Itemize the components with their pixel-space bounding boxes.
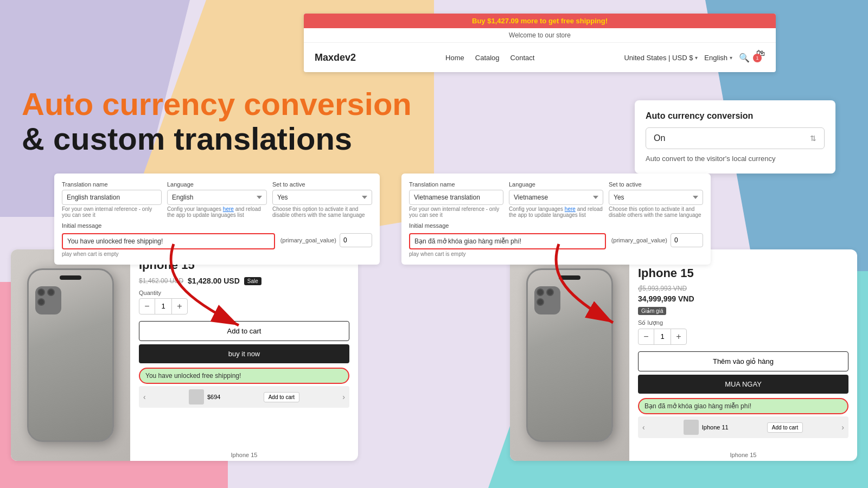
- cart-icon[interactable]: 🛍 1: [756, 48, 765, 67]
- cart-badge: 1: [753, 54, 762, 62]
- phone-image-right: [510, 249, 629, 461]
- translation-form-vietnamese: Translation name For your own internal r…: [401, 174, 711, 265]
- en-qty-label: Quantity: [139, 290, 349, 296]
- vn-camera-dot-2: [546, 288, 554, 296]
- en-mini-thumb: [189, 389, 204, 404]
- currency-card-title: Auto currency conversion: [646, 111, 825, 121]
- en-price-current: $1,428.00 USD: [188, 277, 240, 285]
- vn-product-caption: Iphone 15: [730, 452, 757, 458]
- vn-language-hint-link[interactable]: here: [565, 206, 576, 212]
- vn-primary-goal-label: (primary_goal_value): [611, 237, 667, 243]
- currency-label: United States | USD $: [624, 54, 693, 62]
- phone-notch-right: [559, 275, 580, 280]
- currency-select-box[interactable]: On ⇅: [646, 127, 825, 149]
- nav-home[interactable]: Home: [445, 54, 464, 62]
- vn-notification-text: Bạn đã mở khóa giao hàng miễn phí!: [644, 402, 751, 410]
- nav-contact[interactable]: Contact: [510, 54, 535, 62]
- search-icon[interactable]: 🔍: [739, 53, 750, 63]
- vn-active-select[interactable]: Yes: [609, 190, 703, 205]
- en-notification-text: You have unlocked free shipping!: [145, 372, 241, 380]
- en-qty-control: − 1 +: [139, 298, 188, 314]
- en-mini-next-icon[interactable]: ›: [342, 393, 345, 401]
- vn-product-name: Iphone 15: [638, 266, 848, 280]
- vn-price-current-row: 34,999,999 VND: [638, 294, 848, 303]
- vn-mini-prev-icon[interactable]: ‹: [642, 423, 645, 432]
- vn-primary-goal-input[interactable]: [671, 233, 703, 247]
- store-panel: Buy $1,427.09 more to get free shipping!…: [304, 14, 776, 72]
- phone-mockup-left: [27, 268, 114, 442]
- nav-catalog[interactable]: Catalog: [475, 54, 500, 62]
- product-showcase-english: Iphone 15 $1,462.00 USD $1,428.00 USD Sa…: [11, 249, 358, 461]
- vn-price-row: ₫5,993,993 VND: [638, 285, 848, 292]
- vn-message-input[interactable]: [409, 233, 606, 249]
- phone-image-left: [11, 249, 130, 461]
- en-notification-bar: You have unlocked free shipping!: [139, 368, 349, 384]
- vn-camera-dot-1: [537, 288, 544, 296]
- en-sale-badge: Sale: [244, 277, 261, 285]
- vn-name-label: Translation name: [409, 181, 503, 188]
- vn-active-label: Set to active: [609, 181, 703, 188]
- vn-language-hint: Config your languages here and reload th…: [509, 206, 603, 218]
- camera-dot-1: [37, 288, 45, 296]
- product-showcase-vietnamese: MAXDEV2 Iphone 15 ₫5,993,993 VND 34,999,…: [510, 249, 857, 461]
- en-add-to-cart-button[interactable]: Add to cart: [139, 321, 349, 341]
- vn-add-to-cart-button[interactable]: Thêm vào giỏ hàng: [638, 351, 848, 371]
- vn-qty-increase[interactable]: +: [671, 329, 686, 344]
- vn-mini-next-icon[interactable]: ›: [841, 423, 844, 432]
- en-primary-goal-label: (primary_goal_value): [280, 237, 336, 243]
- vn-mini-cart-item: Iphone 11: [684, 420, 729, 435]
- en-language-select[interactable]: English: [167, 190, 267, 205]
- store-logo: Maxdev2: [315, 52, 356, 63]
- en-product-caption: Iphone 15: [231, 452, 258, 458]
- store-nav-right: United States | USD $ ▾ English ▾ 🔍 🛍 1: [624, 48, 765, 67]
- en-price-row: $1,462.00 USD $1,428.00 USD Sale: [139, 277, 349, 285]
- vn-qty-control: − 1 +: [638, 329, 687, 345]
- en-message-input[interactable]: [62, 233, 275, 249]
- vn-qty-decrease[interactable]: −: [639, 329, 654, 344]
- vn-name-hint: For your own internal reference - only y…: [409, 206, 503, 218]
- currency-select-arrows-icon: ⇅: [810, 134, 816, 143]
- store-menu: Home Catalog Contact: [445, 54, 534, 62]
- vn-camera-dot-3: [537, 298, 544, 306]
- en-qty-decrease[interactable]: −: [139, 299, 155, 314]
- vn-qty-value: 1: [654, 329, 671, 344]
- currency-selector[interactable]: United States | USD $ ▾: [624, 54, 698, 62]
- vn-language-label: Language: [509, 181, 603, 188]
- en-active-select[interactable]: Yes: [272, 190, 372, 205]
- vn-sale-badge: Giảm giá: [638, 307, 666, 315]
- en-mini-price: $694: [207, 394, 220, 400]
- en-price-original: $1,462.00 USD: [139, 277, 183, 285]
- store-nav: Maxdev2 Home Catalog Contact United Stat…: [304, 43, 776, 72]
- language-label: English: [704, 54, 727, 62]
- vn-active-hint: Choose this option to activate it and di…: [609, 206, 703, 218]
- en-language-hint-link[interactable]: here: [223, 206, 234, 212]
- vn-mini-label: Iphone 11: [702, 424, 729, 431]
- camera-dot-2: [47, 288, 55, 296]
- vn-buy-now-button[interactable]: MUA NGAY: [638, 375, 848, 394]
- en-qty-increase[interactable]: +: [172, 299, 187, 314]
- vn-name-input[interactable]: [409, 190, 503, 205]
- vn-language-select[interactable]: Vietnamese: [509, 190, 603, 205]
- en-mini-add-button[interactable]: Add to cart: [264, 392, 299, 402]
- en-buy-now-button[interactable]: buy it now: [139, 344, 349, 363]
- en-active-label: Set to active: [272, 181, 372, 188]
- phone-mockup-right: [526, 268, 613, 442]
- currency-on-value: On: [654, 133, 665, 143]
- en-name-input[interactable]: [62, 190, 162, 205]
- hero-title-line2: & custom translations: [22, 121, 412, 156]
- en-mini-cart-item: $694: [189, 389, 220, 404]
- en-mini-prev-icon[interactable]: ‹: [143, 393, 146, 401]
- store-welcome: Welcome to our store: [304, 28, 776, 43]
- vn-mini-add-button[interactable]: Add to cart: [767, 422, 803, 433]
- product-info-english: Iphone 15 $1,462.00 USD $1,428.00 USD Sa…: [130, 249, 358, 461]
- language-chevron-icon: ▾: [730, 55, 732, 61]
- en-primary-goal-input[interactable]: [340, 233, 372, 247]
- language-selector[interactable]: English ▾: [704, 54, 732, 62]
- vn-play-when: play when cart is empty: [409, 251, 606, 257]
- en-name-hint: For your own internal reference - only y…: [62, 206, 162, 218]
- vn-price-original: ₫5,993,993 VND: [638, 285, 687, 292]
- en-mini-cart-bar: ‹ $694 Add to cart ›: [139, 386, 349, 408]
- translation-form-english: Translation name For your own internal r…: [54, 174, 380, 265]
- phone-notch-left: [60, 275, 81, 280]
- en-message-label: Initial message: [62, 222, 372, 229]
